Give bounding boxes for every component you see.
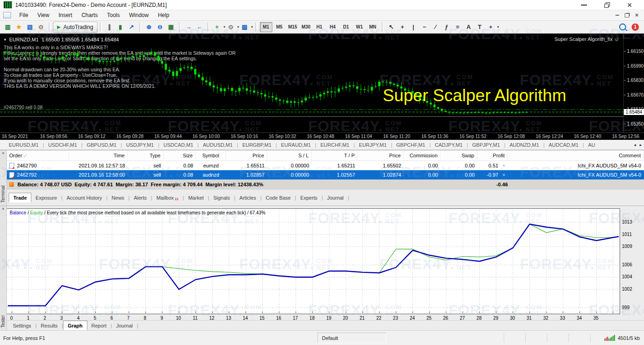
tester-tab-report[interactable]: Report [87,323,111,328]
strategy-tester-icon[interactable]: ⊙ [36,22,46,32]
line-chart-icon[interactable]: ↗ [126,22,137,32]
candlestick-chart[interactable] [0,34,623,132]
tab-exposure[interactable]: Exposure [31,195,61,201]
menu-window[interactable]: Window [125,11,154,19]
auto-scroll-icon[interactable]: → [184,22,194,32]
tile-windows-icon[interactable]: ▦ [166,22,176,32]
tab-alerts[interactable]: Alerts [130,195,151,201]
menu-file[interactable]: File [15,11,33,19]
chart-tab-audusd[interactable]: AUDUSD,M1 [199,142,237,148]
timeframe-m5[interactable]: M5 [273,22,286,32]
order-row[interactable]: 24627922021.09.16 12:58:00sell0.08audnzd… [6,170,644,179]
tab-signals[interactable]: Signals [209,195,234,201]
chart-tab-eurgbp[interactable]: EURGBP,M1 [238,142,276,148]
tester-tab-journal[interactable]: Journal [112,323,137,328]
price-chart[interactable]: ▼EURNZD,M1 1.65500 1.65505 1.65484 1.654… [0,34,644,132]
mdi-restore-icon[interactable] [625,13,629,17]
periods-icon[interactable]: ⊙ [226,22,236,32]
chart-tab-au[interactable]: AU [584,142,599,148]
tab-journal[interactable]: Journal [323,195,348,201]
minimize-icon[interactable] [581,5,587,6]
tab-code-base[interactable]: Code Base [262,195,295,201]
column-header-symbol[interactable]: Symbol [196,150,226,161]
tab-mailbox[interactable]: Mailbox11 [152,194,183,201]
chart-shift-icon[interactable]: ← [195,22,205,32]
close-icon[interactable]: × [627,2,632,8]
column-header-sl[interactable]: S / L [267,150,312,161]
tab-experts[interactable]: Experts [296,195,322,201]
timeframe-h4[interactable]: H4 [327,22,339,32]
dropdown-caret-icon[interactable]: ▾ [497,25,499,29]
chart-tab-euraud[interactable]: EURAUD,M1 [277,142,315,148]
mdi-close-icon[interactable]: × [635,13,638,17]
notification-badge[interactable]: 1 [632,23,639,31]
trendline-icon[interactable]: ∕ [431,22,441,32]
chart-tab-usdcad[interactable]: USDCAD,M1 [159,142,197,148]
tester-tab-graph[interactable]: Graph [63,321,87,330]
market-watch-icon[interactable]: ▤ [25,22,35,32]
dropdown-caret-icon[interactable]: ▾ [224,25,225,29]
dropdown-caret-icon[interactable]: ▾ [251,25,253,29]
chart-tab-eurjpy[interactable]: EURJPY,M1 [355,142,391,148]
column-header-price_current[interactable]: Price [358,150,404,161]
restore-icon[interactable] [604,2,610,7]
column-header-order[interactable]: Order∕ [6,150,69,161]
menu-view[interactable]: View [33,11,54,19]
tester-tab-settings[interactable]: Settings [9,323,35,328]
crosshair-icon[interactable]: + [397,22,408,32]
templates-icon[interactable]: ▧ [240,22,250,32]
fibonacci-icon[interactable]: ƒ [442,22,452,32]
chart-tab-audcad[interactable]: AUDCAD,M1 [545,142,583,148]
chart-tab-gbpjpy[interactable]: GBPJPY,M1 [468,142,504,148]
label-icon[interactable]: T [475,22,485,32]
column-header-swap[interactable]: Swap [441,150,477,161]
smiley-icon[interactable]: ☺ [614,36,619,42]
text-icon[interactable]: A [464,22,474,32]
tab-trade[interactable]: Trade [9,193,31,202]
tab-market[interactable]: Market [184,195,208,201]
profile-selector[interactable]: Default [317,333,386,343]
scroll-right-icon[interactable]: ▸ [639,143,642,147]
zoom-in-icon[interactable]: ⊕ [144,22,154,32]
chart-tab-usdchf[interactable]: USDCHF,M1 [44,142,81,148]
new-chart-icon[interactable]: ▥ [3,22,13,32]
column-header-comment[interactable]: Comment [508,150,644,161]
chart-tab-eurusd[interactable]: EURUSD,M1 [5,142,43,148]
candlestick-icon[interactable]: ▮ [115,22,126,32]
column-header-commission[interactable]: Commission [404,150,441,161]
timeframe-m15[interactable]: M15 [287,22,299,32]
menu-tools[interactable]: Tools [103,11,125,19]
chart-tab-gbpchf[interactable]: GBPCHF,M1 [392,142,430,148]
search-icon[interactable] [619,23,626,30]
orders-table-header[interactable]: Order∕TimeTypeSizeSymbolPriceS / LT / PP… [6,150,644,161]
close-panel-icon[interactable]: × [0,150,6,156]
profiles-icon[interactable]: ★ [14,22,24,32]
tab-news[interactable]: News [108,195,129,201]
vline-icon[interactable]: | [408,22,419,32]
timeframe-mn[interactable]: MN [367,22,379,32]
column-header-price[interactable]: Price [226,150,267,161]
order-row[interactable]: 24627902021.09.16 12:57:18sell0.08eurnzd… [6,161,644,170]
arrows-icon[interactable]: + [486,22,496,32]
timeframe-w1[interactable]: W1 [353,22,366,32]
close-panel-icon[interactable]: × [0,206,6,212]
menu-insert[interactable]: Insert [54,11,77,19]
column-header-tp[interactable]: T / P [312,150,358,161]
hline-icon[interactable]: − [420,22,430,32]
channels-icon[interactable]: ≡ [453,22,463,32]
timeframe-m1[interactable]: M1 [260,22,272,32]
timeframe-m30[interactable]: M30 [300,22,312,32]
menu-charts[interactable]: Charts [77,11,102,19]
tester-tab-results[interactable]: Results [37,323,62,328]
tester-graph[interactable]: Balance / Equity / Every tick (the most … [6,208,620,314]
close-order-icon[interactable]: × [502,163,505,168]
timeframe-h1[interactable]: H1 [313,22,326,32]
indicators-icon[interactable]: + [212,22,222,32]
close-order-icon[interactable]: × [502,172,505,178]
autotrading-button[interactable]: ▶AutoTrading [53,22,98,33]
chart-tab-eurchf[interactable]: EURCHF,M1 [316,142,354,148]
column-header-time[interactable]: Time [69,150,128,161]
zoom-out-icon[interactable]: ⊖ [155,22,165,32]
column-header-profit[interactable]: Profit [477,150,508,161]
chart-tab-gbpusd[interactable]: GBPUSD,M1 [82,142,121,148]
